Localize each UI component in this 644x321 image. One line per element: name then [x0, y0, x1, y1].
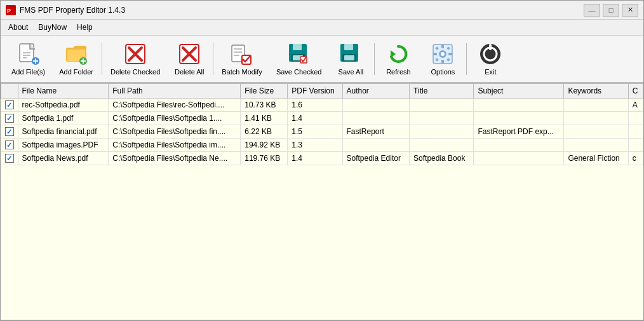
options-label: Options — [431, 68, 455, 76]
menu-help[interactable]: Help — [72, 21, 98, 34]
delete-checked-label: Delete Checked — [111, 68, 160, 76]
row-filename-4: Softpedia News.pdf — [18, 152, 109, 165]
exit-button[interactable]: Exit — [468, 38, 513, 79]
row-extra-4: c — [628, 152, 643, 165]
row-author-2: FastReport — [342, 125, 410, 139]
row-extra-1 — [628, 112, 643, 125]
save-all-label: Save All — [339, 68, 364, 76]
row-title-4: Softpedia Book — [410, 152, 474, 165]
svg-rect-25 — [293, 44, 302, 50]
menu-buynow[interactable]: BuyNow — [33, 21, 72, 34]
row-keywords-3 — [564, 139, 628, 152]
save-checked-label: Save Checked — [276, 68, 322, 76]
save-checked-button[interactable]: Save Checked — [269, 38, 329, 79]
row-fullpath-0: C:\Softpedia Files\rec-Softpedi.... — [109, 99, 241, 112]
save-all-button[interactable]: Save All — [328, 38, 373, 79]
table-row[interactable]: ✓Softpedia images.PDFC:\Softpedia Files\… — [1, 139, 643, 152]
row-fullpath-1: C:\Softpedia Files\Softpedia 1.... — [109, 112, 241, 125]
separator-3 — [374, 43, 375, 75]
row-check-3[interactable]: ✓ — [1, 139, 18, 152]
row-subject-2: FastReport PDF exp... — [474, 125, 564, 139]
row-filename-0: rec-Softpedia.pdf — [18, 99, 109, 112]
row-filesize-0: 10.73 KB — [241, 99, 288, 112]
exit-icon — [479, 43, 502, 65]
row-fullpath-4: C:\Softpedia Files\Softpedia Ne.... — [109, 152, 241, 165]
delete-checked-button[interactable]: Delete Checked — [104, 38, 167, 79]
row-extra-2 — [628, 125, 643, 139]
row-subject-3 — [474, 139, 564, 152]
save-all-icon — [339, 43, 362, 65]
refresh-label: Refresh — [386, 68, 411, 76]
table-row[interactable]: ✓Softpedia financial.pdfC:\Softpedia Fil… — [1, 125, 643, 139]
window-controls: — □ ✕ — [584, 4, 638, 17]
row-filesize-3: 194.92 KB — [241, 139, 288, 152]
table-container[interactable]: File Name Full Path File Size PDF Versio… — [1, 83, 643, 320]
row-author-1 — [342, 112, 410, 125]
delete-all-button[interactable]: Delete All — [167, 38, 211, 79]
svg-rect-39 — [433, 53, 437, 55]
col-keywords: Keywords — [564, 84, 628, 99]
maximize-button[interactable]: □ — [603, 4, 619, 17]
save-checked-icon — [288, 43, 311, 65]
row-extra-0: A — [628, 99, 643, 112]
add-folder-label: Add Folder — [59, 68, 93, 76]
close-button[interactable]: ✕ — [622, 4, 638, 17]
col-fullpath: Full Path — [109, 84, 241, 99]
col-pdfversion: PDF Version — [288, 84, 342, 99]
delete-all-icon — [178, 43, 201, 65]
col-title: Title — [410, 84, 474, 99]
svg-rect-37 — [441, 44, 444, 48]
row-check-4[interactable]: ✓ — [1, 152, 18, 165]
options-button[interactable]: Options — [420, 38, 465, 79]
separator-2 — [213, 43, 213, 75]
table-row[interactable]: ✓Softpedia 1.pdfC:\Softpedia Files\Softp… — [1, 112, 643, 125]
row-filesize-1: 1.41 KB — [241, 112, 288, 125]
row-check-0[interactable]: ✓ — [1, 99, 18, 112]
svg-marker-33 — [391, 50, 396, 58]
row-check-2[interactable]: ✓ — [1, 125, 18, 139]
row-subject-4 — [474, 152, 564, 165]
row-title-3 — [410, 139, 474, 152]
exit-label: Exit — [485, 68, 496, 76]
title-bar-left: P FMS PDF Property Editor 1.4.3 — [6, 5, 125, 15]
row-filename-1: Softpedia 1.pdf — [18, 112, 109, 125]
col-extra: C — [628, 84, 643, 99]
row-author-0 — [342, 99, 410, 112]
menu-about[interactable]: About — [3, 21, 33, 34]
separator-4 — [466, 43, 467, 75]
svg-rect-32 — [344, 55, 354, 60]
row-filename-3: Softpedia images.PDF — [18, 139, 109, 152]
batch-modify-label: Batch Modify — [222, 68, 262, 76]
add-files-button[interactable]: Add File(s) — [4, 38, 52, 79]
batch-modify-button[interactable]: Batch Modify — [215, 38, 269, 79]
svg-rect-30 — [344, 44, 353, 50]
row-keywords-0 — [564, 99, 628, 112]
row-check-1[interactable]: ✓ — [1, 112, 18, 125]
row-pdfversion-2: 1.5 — [288, 125, 342, 139]
row-filesize-2: 6.22 KB — [241, 125, 288, 139]
row-filesize-4: 119.76 KB — [241, 152, 288, 165]
main-area: File Name Full Path File Size PDF Versio… — [1, 83, 643, 320]
row-keywords-4: General Fiction — [564, 152, 628, 165]
row-keywords-1 — [564, 112, 628, 125]
row-author-3 — [342, 139, 410, 152]
window-title: FMS PDF Property Editor 1.4.3 — [20, 6, 125, 15]
refresh-button[interactable]: Refresh — [376, 38, 420, 79]
row-fullpath-3: C:\Softpedia Files\Softpedia im.... — [109, 139, 241, 152]
toolbar: Add File(s) Add Folder Delete Checked De… — [1, 36, 643, 83]
options-icon — [431, 43, 454, 65]
col-filesize: File Size — [241, 84, 288, 99]
row-pdfversion-0: 1.6 — [288, 99, 342, 112]
row-subject-0 — [474, 99, 564, 112]
minimize-button[interactable]: — — [584, 4, 600, 17]
delete-checked-icon — [124, 43, 147, 65]
separator-1 — [102, 43, 102, 75]
col-subject: Subject — [474, 84, 564, 99]
svg-rect-40 — [448, 53, 452, 55]
col-filename: File Name — [18, 84, 109, 99]
refresh-icon — [387, 43, 410, 65]
table-row[interactable]: ✓Softpedia News.pdfC:\Softpedia Files\So… — [1, 152, 643, 165]
add-folder-button[interactable]: Add Folder — [52, 38, 100, 79]
table-row[interactable]: ✓rec-Softpedia.pdfC:\Softpedia Files\rec… — [1, 99, 643, 112]
svg-rect-47 — [489, 44, 492, 50]
